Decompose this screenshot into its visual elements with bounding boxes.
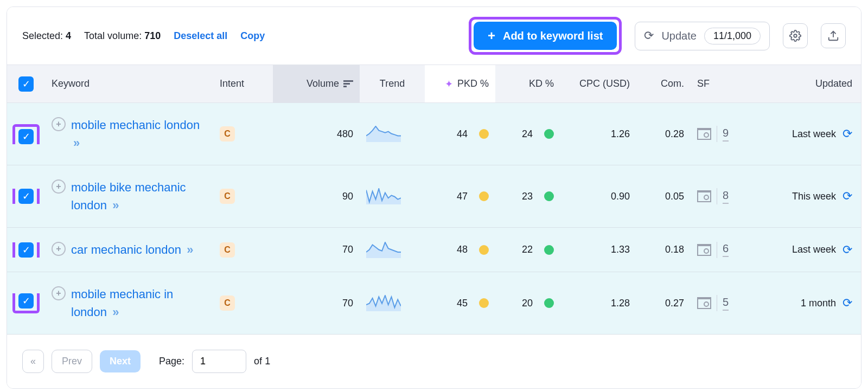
keyword-panel: Selected: 4 Total volume: 710 Deselect a… (7, 7, 861, 389)
expand-row-button[interactable]: + (52, 286, 66, 300)
expand-row-button[interactable]: + (52, 242, 66, 256)
row-checkbox[interactable]: ✓ (18, 242, 34, 258)
updated-value: 1 month (801, 298, 836, 309)
row-refresh-button[interactable]: ⟳ (843, 296, 852, 310)
cpc-value: 0.90 (560, 191, 636, 202)
kd-dot-icon (544, 129, 554, 139)
kd-value: 20 (495, 298, 560, 309)
column-com[interactable]: Com. (636, 65, 691, 102)
pkd-dot-icon (479, 298, 489, 308)
kd-value: 23 (495, 191, 560, 202)
trend-sparkline (366, 126, 401, 142)
select-all-checkbox[interactable]: ✓ (18, 76, 34, 92)
serp-icon (697, 297, 711, 309)
trend-cell (360, 126, 425, 142)
svg-rect-2 (343, 80, 353, 82)
column-kd[interactable]: KD % (495, 65, 560, 102)
table-row: ✓ + mobile bike mechanic london » C 90 4… (7, 165, 861, 228)
serp-features-button[interactable]: 5 (697, 295, 729, 311)
pkd-value: 47 (425, 191, 495, 202)
pkd-dot-icon (479, 129, 489, 139)
pkd-value: 45 (425, 298, 495, 309)
gear-icon (789, 30, 801, 42)
updated-value: Last week (792, 128, 836, 140)
intent-badge: C (220, 189, 235, 204)
column-sf[interactable]: SF (691, 65, 756, 102)
sort-desc-icon (343, 80, 353, 88)
intent-badge: C (220, 295, 235, 311)
total-volume-summary: Total volume: 710 (84, 30, 161, 42)
sparkle-icon: ✦ (445, 78, 453, 90)
serp-features-button[interactable]: 8 (697, 188, 729, 204)
column-trend[interactable]: Trend (360, 65, 425, 102)
trend-cell (360, 242, 425, 258)
export-button[interactable] (821, 23, 846, 48)
upload-icon (827, 30, 839, 42)
prev-page-button[interactable]: Prev (52, 350, 92, 373)
highlight-checkbox-column: ✓ (12, 189, 40, 204)
volume-value: 70 (273, 298, 360, 309)
updated-value: Last week (792, 244, 836, 255)
column-volume[interactable]: Volume (273, 65, 360, 102)
sf-count: 8 (723, 189, 729, 204)
kd-dot-icon (544, 298, 554, 308)
column-keyword[interactable]: Keyword (45, 65, 213, 102)
keyword-link[interactable]: mobile mechanic london » (71, 116, 207, 152)
com-value: 0.18 (636, 244, 691, 255)
row-checkbox[interactable]: ✓ (18, 293, 34, 309)
selected-summary: Selected: 4 (22, 30, 71, 42)
serp-features-button[interactable]: 6 (697, 242, 729, 258)
kd-dot-icon (544, 245, 554, 255)
row-refresh-button[interactable]: ⟳ (843, 127, 852, 141)
update-count-pill: 11/1,000 (704, 28, 761, 44)
row-checkbox[interactable]: ✓ (18, 129, 34, 144)
copy-link[interactable]: Copy (240, 30, 265, 42)
trend-sparkline (366, 295, 401, 311)
serp-features-button[interactable]: 9 (697, 126, 729, 142)
row-refresh-button[interactable]: ⟳ (843, 243, 852, 257)
keyword-link[interactable]: mobile mechanic in london » (71, 285, 207, 321)
column-intent[interactable]: Intent (213, 65, 273, 102)
serp-icon (697, 128, 711, 140)
first-page-button[interactable]: « (22, 350, 44, 373)
updated-value: This week (792, 191, 836, 202)
table-row: ✓ + mobile mechanic london » C 480 44 24… (7, 103, 861, 165)
sf-count: 9 (723, 127, 729, 142)
chevron-double-right-icon: » (112, 198, 119, 212)
serp-icon (697, 244, 711, 256)
row-checkbox[interactable]: ✓ (18, 189, 34, 204)
deselect-all-link[interactable]: Deselect all (174, 30, 227, 42)
keyword-link[interactable]: car mechanic london » (71, 241, 193, 259)
trend-sparkline (366, 242, 401, 258)
expand-row-button[interactable]: + (52, 179, 66, 194)
column-pkd[interactable]: ✦ PKD % (425, 65, 495, 102)
serp-icon (697, 190, 711, 202)
volume-value: 480 (273, 128, 360, 140)
settings-button[interactable] (783, 23, 808, 48)
column-cpc[interactable]: CPC (USD) (560, 65, 636, 102)
highlight-add-to-list: + Add to keyword list (469, 17, 622, 55)
toolbar: Selected: 4 Total volume: 710 Deselect a… (7, 7, 861, 65)
highlight-checkbox-column: ✓ (12, 242, 40, 258)
refresh-icon: ⟳ (644, 29, 654, 43)
pagination: « Prev Next Page: of 1 (7, 335, 861, 388)
page-input[interactable] (192, 350, 246, 373)
update-button[interactable]: ⟳ Update 11/1,000 (635, 22, 770, 50)
selected-count: 4 (66, 30, 71, 41)
highlight-checkbox-column: ✓ (12, 293, 40, 313)
table-row: ✓ + mobile mechanic in london » C 70 45 … (7, 272, 861, 335)
volume-value: 70 (273, 244, 360, 255)
keyword-link[interactable]: mobile bike mechanic london » (71, 178, 207, 214)
kd-value: 22 (495, 244, 560, 255)
kd-value: 24 (495, 128, 560, 140)
trend-cell (360, 295, 425, 311)
kd-dot-icon (544, 191, 554, 201)
next-page-button[interactable]: Next (100, 350, 141, 372)
column-updated[interactable]: Updated (756, 65, 859, 102)
add-to-keyword-list-button[interactable]: + Add to keyword list (474, 22, 617, 50)
row-refresh-button[interactable]: ⟳ (843, 189, 852, 203)
com-value: 0.27 (636, 298, 691, 309)
table-header: ✓ Keyword Intent Volume Trend ✦ PKD % KD… (7, 65, 861, 103)
expand-row-button[interactable]: + (52, 117, 66, 131)
intent-badge: C (220, 242, 235, 258)
